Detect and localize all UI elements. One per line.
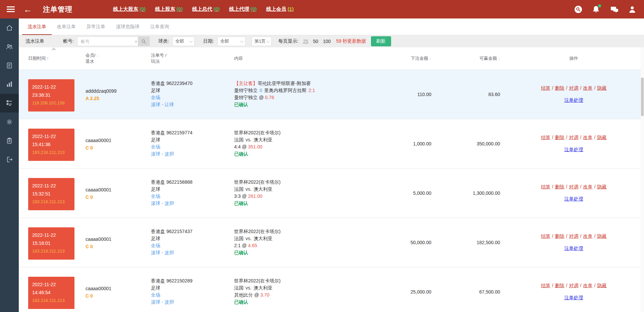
swap-link[interactable]: 对调 xyxy=(569,85,579,91)
sidebar-item-users[interactable] xyxy=(0,37,19,56)
play-type-link[interactable]: 滚球 - 波胆 xyxy=(151,150,223,158)
settle-link[interactable]: 结算 xyxy=(541,233,550,239)
nav-count: (1) xyxy=(287,6,293,12)
order-process-link[interactable]: 注单处理 xyxy=(565,196,583,202)
ball-type-select[interactable]: 全部 xyxy=(172,37,195,46)
per-page-option-50[interactable]: 50 xyxy=(313,39,318,44)
hide-link[interactable]: 隐藏 xyxy=(597,135,606,140)
clear-icon[interactable]: × xyxy=(135,37,138,46)
sidebar-item-orders[interactable] xyxy=(0,94,19,113)
scope-link[interactable]: 全场 xyxy=(151,193,223,200)
settle-link[interactable]: 结算 xyxy=(541,85,550,91)
nav-label: 线上股东 xyxy=(155,6,175,12)
win-amount: 182,500.00 xyxy=(435,218,503,267)
back-arrow-icon[interactable]: ← xyxy=(23,5,32,14)
column-member[interactable]: 会员/↓退水 xyxy=(77,52,141,64)
sort-asc-icon: ↑ xyxy=(47,55,49,61)
away-team: 里奥内格罗阿古拉斯 xyxy=(264,88,307,93)
notifications-bell-icon[interactable] xyxy=(592,5,600,13)
nav-online-general-agent[interactable]: 线上总代(0) xyxy=(192,6,220,12)
member-name: caaaa00001 xyxy=(86,137,141,144)
tab-abnormal-orders[interactable]: 异常注单 xyxy=(81,18,111,35)
tab-flow-orders[interactable]: 流水注单 xyxy=(22,18,52,35)
order-process-link[interactable]: 注单处理 xyxy=(565,97,583,103)
play-type-link[interactable]: 滚球 - 波胆 xyxy=(151,249,223,256)
delete-link[interactable]: 删除 xyxy=(555,283,565,288)
modify-link[interactable]: 改单 xyxy=(583,233,592,239)
nav-label: 线上代理 xyxy=(229,6,249,12)
nav-online-member[interactable]: 线上会员(1) xyxy=(266,6,293,12)
scope-link[interactable]: 全场 xyxy=(151,242,223,249)
column-label: 注单号 / xyxy=(151,53,166,58)
tab-rolling-danger-ball[interactable]: 滚球危险球 xyxy=(111,18,145,35)
sidebar-item-chart[interactable] xyxy=(0,75,19,94)
column-bet-amount[interactable]: 下注金额↓ xyxy=(358,55,435,61)
modify-link[interactable]: 改单 xyxy=(583,85,592,91)
scope-link[interactable]: 全场 xyxy=(151,292,223,299)
order-process-link[interactable]: 注单处理 xyxy=(565,246,583,252)
modify-link[interactable]: 改单 xyxy=(583,283,592,288)
member-rebate: C 0 xyxy=(86,243,141,250)
nav-online-agent[interactable]: 线上代理(0) xyxy=(229,6,257,12)
delete-link[interactable]: 删除 xyxy=(555,184,565,189)
order-process-link[interactable]: 注单处理 xyxy=(565,147,583,153)
sidebar-item-settings[interactable] xyxy=(0,113,19,131)
settle-link[interactable]: 结算 xyxy=(541,184,550,189)
settle-link[interactable]: 结算 xyxy=(541,135,550,140)
nav-online-major-shareholder[interactable]: 线上大股东(0) xyxy=(113,6,146,12)
sidebar-item-home[interactable] xyxy=(0,18,19,37)
win-amount: 350,000.00 xyxy=(435,119,503,168)
swap-link[interactable]: 对调 xyxy=(569,184,579,189)
search-button[interactable] xyxy=(138,37,150,46)
hide-link[interactable]: 隐藏 xyxy=(597,85,606,91)
chevron-down-icon xyxy=(266,39,270,43)
refresh-button[interactable]: 刷新 xyxy=(371,36,391,46)
order-number: 香港盘 9622150289 xyxy=(151,277,223,284)
delete-link[interactable]: 删除 xyxy=(555,85,565,91)
modify-link[interactable]: 改单 xyxy=(583,184,592,189)
play-type-link[interactable]: 滚球 - 波胆 xyxy=(151,299,223,306)
column-label: 下注金额 xyxy=(411,55,428,61)
modify-link[interactable]: 改单 xyxy=(583,135,592,140)
scope-link[interactable]: 全场 xyxy=(151,94,223,101)
order-cell: 香港盘 9622150289 足球 全场 滚球 - 波胆 xyxy=(141,267,223,312)
column-date[interactable]: 日期时间↑ xyxy=(19,55,77,61)
account-input[interactable] xyxy=(77,37,138,46)
column-win-amount[interactable]: 可赢金额↓ xyxy=(435,55,503,61)
user-profile-icon[interactable] xyxy=(629,5,636,13)
swap-link[interactable]: 对调 xyxy=(569,135,579,140)
tab-order-query[interactable]: 注单查询 xyxy=(145,18,174,35)
home-team: 法国 xyxy=(234,236,244,241)
delete-link[interactable]: 删除 xyxy=(555,233,565,239)
hide-link[interactable]: 隐藏 xyxy=(597,233,606,239)
scrollbar-thumb[interactable] xyxy=(641,78,644,116)
per-page-option-100[interactable]: 100 xyxy=(323,39,331,44)
date-select[interactable]: 全部 xyxy=(217,37,246,46)
order-process-link[interactable]: 注单处理 xyxy=(565,295,583,301)
swap-link[interactable]: 对调 xyxy=(569,283,579,288)
nav-online-shareholder[interactable]: 线上股东(0) xyxy=(155,6,182,12)
member-cell: caaaa00001 C 0 xyxy=(77,119,141,168)
home-team: 法国 xyxy=(234,186,244,192)
play-type-link[interactable]: 滚球 - 让球 xyxy=(151,101,223,108)
delete-link[interactable]: 删除 xyxy=(555,135,565,140)
bet-date: 2022-11-22 xyxy=(32,280,70,288)
page-select[interactable]: 第1页 xyxy=(252,37,272,46)
play-type-link[interactable]: 滚球 - 波胆 xyxy=(151,200,223,207)
sidebar-item-notes[interactable] xyxy=(0,131,19,150)
swap-link[interactable]: 对调 xyxy=(569,233,579,239)
table-row: 2022-11-22 23:38:31 116.206.101.158 addd… xyxy=(19,70,644,119)
settle-link[interactable]: 结算 xyxy=(541,283,550,288)
sidebar-item-report[interactable] xyxy=(0,56,19,75)
scope-link[interactable]: 全场 xyxy=(151,143,223,150)
search-circle-icon[interactable] xyxy=(574,5,582,13)
tab-modified-orders[interactable]: 改单注单 xyxy=(52,18,81,35)
hide-link[interactable]: 隐藏 xyxy=(597,184,606,189)
match-mid: vs. xyxy=(246,186,252,192)
per-page-option-25[interactable]: 25 xyxy=(303,39,309,44)
sidebar-item-exit[interactable] xyxy=(0,150,19,169)
hide-link[interactable]: 隐藏 xyxy=(597,283,606,288)
scrollbar[interactable] xyxy=(641,47,644,312)
menu-icon[interactable] xyxy=(7,5,15,13)
messages-icon[interactable] xyxy=(610,5,619,13)
